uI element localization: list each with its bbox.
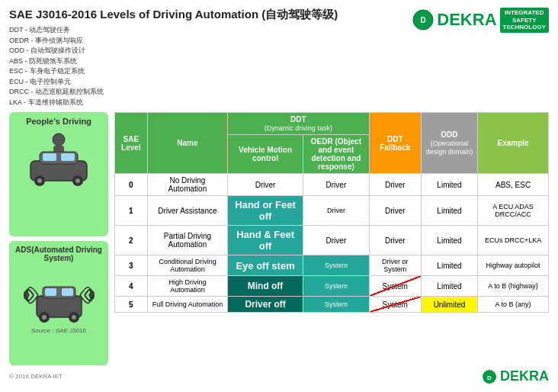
- legend-item: LKA - 车道维持辅助系统: [9, 98, 338, 108]
- example-cell: A to B (any): [478, 297, 549, 313]
- name-cell: Driver Assistance: [147, 196, 227, 226]
- level-cell: 1: [115, 196, 148, 226]
- example-cell: A to B (highway): [478, 276, 549, 297]
- example-cell: Highway autopilot: [478, 255, 549, 276]
- legend-item: ABS - 防死锁煞车系统: [9, 56, 338, 67]
- svg-rect-14: [45, 288, 56, 296]
- fallback-cell: Driver: [369, 196, 421, 226]
- name-cell: Conditional Driving Automation: [147, 255, 227, 276]
- example-cell: ECUs DRCC+LKA: [478, 226, 549, 255]
- motion-cell-highlight: Mind off: [228, 276, 303, 297]
- table-row: 1 Driver Assistance Hand or Feet off Dri…: [115, 196, 549, 226]
- table-row: 5 Full Driving Automation Driver off Sys…: [115, 297, 549, 313]
- name-cell: High Driving Automation: [147, 276, 227, 297]
- motion-cell-highlight: Eye off stem: [228, 255, 303, 276]
- svg-point-11: [75, 178, 80, 183]
- legend-item: OEDR - 事件侦测与响应: [9, 36, 338, 47]
- dekra-logo: D DEKRA INTEGRATEDSAFETYTECHNOLOGY: [412, 8, 549, 33]
- dekra-symbol-icon: D: [412, 9, 434, 31]
- ads-label: ADS(Automated Driving System): [14, 246, 104, 262]
- copyright-text: © 2016 DEKRA IET: [9, 373, 63, 380]
- fallback-cell: Driver: [369, 174, 421, 196]
- level-cell: 2: [115, 226, 148, 255]
- th-vehicle-motion: Vehicle Motion control: [228, 135, 303, 174]
- source-text: Source : SAE J3016: [31, 327, 86, 334]
- th-fallback: DDT Fallback: [369, 113, 421, 174]
- level-cell: 5: [115, 297, 148, 313]
- motion-cell: Driver: [228, 174, 303, 196]
- svg-text:D: D: [487, 374, 492, 381]
- odd-cell: Limited: [421, 255, 477, 276]
- dekra-name: DEKRA: [437, 10, 496, 30]
- human-car-icon: [24, 129, 93, 186]
- example-cell: ABS, ESC: [478, 174, 549, 196]
- people-driving-label: People's Driving: [26, 117, 91, 126]
- svg-rect-6: [43, 153, 56, 161]
- svg-point-9: [37, 178, 42, 183]
- odd-cell: Limited: [421, 196, 477, 226]
- th-oedr: OEDR (Object and event detection and res…: [303, 135, 370, 174]
- name-cell: Partial Driving Automation: [147, 226, 227, 255]
- table-row: 0 No Driving Automation Driver Driver Dr…: [115, 174, 549, 196]
- level-cell: 4: [115, 276, 148, 297]
- svg-point-17: [42, 315, 46, 320]
- th-name: Name: [147, 113, 227, 174]
- oedr-cell-system: System: [303, 255, 370, 276]
- level-cell: 3: [115, 255, 148, 276]
- motion-cell-highlight: Driver off: [228, 297, 303, 313]
- page: SAE J3016-2016 Levels of Driving Automat…: [0, 0, 558, 392]
- table-row: 3 Conditional Driving Automation Eye off…: [115, 255, 549, 276]
- svg-text:D: D: [421, 16, 426, 24]
- th-sae-level: SAE Level: [115, 113, 148, 174]
- legend-item: ECU - 电子控制单元: [9, 77, 338, 88]
- svg-rect-7: [61, 153, 75, 161]
- legend: DDT - 动态驾驶任务 OEDR - 事件侦测与响应 ODD - 自动驾驶操作…: [9, 25, 338, 108]
- ads-car-icon: [23, 265, 95, 325]
- name-cell: No Driving Automation: [147, 174, 227, 196]
- fallback-cell-system: System: [369, 276, 421, 297]
- th-example: Example: [478, 113, 549, 174]
- bottom-row: © 2016 DEKRA IET D DEKRA: [9, 368, 549, 384]
- legend-item: DDT - 动态驾驶任务: [9, 25, 338, 36]
- people-driving-box: People's Driving: [9, 112, 108, 236]
- fallback-cell-system: System: [369, 297, 421, 313]
- svg-point-2: [53, 133, 65, 146]
- fallback-cell: Driver or System: [369, 255, 421, 276]
- svg-point-19: [72, 315, 76, 320]
- level-cell: 0: [115, 174, 148, 196]
- table-row: 4 High Driving Automation Mind off Syste…: [115, 276, 549, 297]
- svg-rect-15: [62, 288, 73, 296]
- name-cell: Full Driving Automation: [147, 297, 227, 313]
- table-row: 2 Partial Driving Automation Hand & Feet…: [115, 226, 549, 255]
- legend-item: ESC - 车身电子稳定系统: [9, 66, 338, 77]
- th-ddt-group: DDT(Dynamic driving task): [228, 113, 370, 135]
- oedr-cell: Driver: [303, 174, 370, 196]
- diagonal-decoration: [370, 297, 421, 312]
- oedr-cell: Driver: [303, 226, 370, 255]
- oedr-cell-system: System: [303, 276, 370, 297]
- odd-cell: Limited: [421, 226, 477, 255]
- dekra-tagline-icon: INTEGRATEDSAFETYTECHNOLOGY: [500, 8, 549, 33]
- fallback-cell: Driver: [369, 226, 421, 255]
- footer-dekra-symbol-icon: D: [482, 369, 497, 384]
- example-cell: A ECU ADAS DRCC/ACC: [478, 196, 549, 226]
- oedr-cell: Driver: [303, 196, 370, 226]
- content-area: People's Driving: [9, 112, 549, 365]
- footer-dekra-name: DEKRA: [500, 368, 549, 384]
- legend-item: DRCC - 动态巡航延航控制系统: [9, 87, 338, 98]
- th-odd: ODD(Operational design domain): [421, 113, 477, 174]
- odd-cell: Limited: [421, 276, 477, 297]
- footer-dekra-logo: D DEKRA: [482, 368, 549, 384]
- oedr-cell-system: System: [303, 297, 370, 313]
- motion-cell-highlight: Hand or Feet off: [228, 196, 303, 226]
- left-panel: People's Driving: [9, 112, 108, 365]
- ads-box: ADS(Automated Driving System): [9, 241, 108, 365]
- odd-cell-unlimited: Unlimited: [421, 297, 477, 313]
- legend-item: ODD - 自动驾驶操作设计: [9, 46, 338, 56]
- page-title: SAE J3016-2016 Levels of Driving Automat…: [9, 8, 338, 22]
- header-left: SAE J3016-2016 Levels of Driving Automat…: [9, 8, 338, 108]
- automation-table: SAE Level Name DDT(Dynamic driving task)…: [114, 112, 549, 313]
- header: SAE J3016-2016 Levels of Driving Automat…: [9, 8, 549, 108]
- motion-cell-highlight: Hand & Feet off: [228, 226, 303, 255]
- diagonal-decoration: [370, 276, 421, 296]
